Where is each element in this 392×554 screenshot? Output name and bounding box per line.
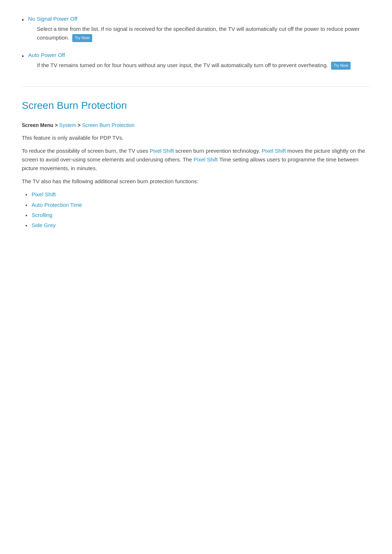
no-signal-power-off-item: • No Signal Power Off Select a time from… — [22, 15, 370, 48]
auto-power-off-desc-text: If the TV remains turned on for four hou… — [37, 62, 328, 68]
breadcrumb-system-link[interactable]: System — [59, 122, 76, 128]
list-item-auto-protection-content: Auto Protection Time — [32, 201, 82, 209]
no-signal-content: No Signal Power Off Select a time from t… — [28, 15, 370, 48]
auto-protection-time-link[interactable]: Auto Protection Time — [32, 202, 82, 208]
breadcrumb-prefix: Screen Menu > — [22, 122, 59, 128]
list-item-pixel-shift: • Pixel Shift — [25, 190, 370, 199]
auto-power-off-content: Auto Power Off If the TV remains turned … — [28, 51, 370, 75]
auto-power-off-description: If the TV remains turned on for four hou… — [37, 61, 370, 70]
bullet-dot-2: • — [22, 52, 24, 61]
bullet-dot-1: • — [22, 15, 24, 25]
list-bullet-2: • — [25, 201, 27, 209]
screen-burn-list: • Pixel Shift • Auto Protection Time • S… — [25, 190, 370, 230]
para1-middle: screen burn prevention technology. — [174, 148, 262, 154]
pdp-note: This feature is only available for PDP T… — [22, 134, 370, 142]
list-bullet-1: • — [25, 191, 27, 199]
pixel-shift-link-3[interactable]: Pixel Shift — [193, 156, 218, 163]
breadcrumb: Screen Menu > System > Screen Burn Prote… — [22, 121, 370, 129]
list-bullet-3: • — [25, 212, 27, 219]
no-signal-power-off-link[interactable]: No Signal Power Off — [28, 16, 78, 22]
section-top: • No Signal Power Off Select a time from… — [22, 15, 370, 75]
no-signal-description: Select a time from the list. If no signa… — [37, 25, 370, 42]
list-item-auto-protection: • Auto Protection Time — [25, 201, 370, 209]
list-bullet-4: • — [25, 222, 27, 230]
list-item-pixel-shift-content: Pixel Shift — [32, 190, 56, 199]
pixel-shift-link-2[interactable]: Pixel Shift — [262, 148, 286, 154]
para1-before: To reduce the possibility of screen burn… — [22, 148, 150, 154]
list-item-side-grey: • Side Grey — [25, 221, 370, 230]
pixel-shift-paragraph: To reduce the possibility of screen burn… — [22, 147, 370, 173]
list-item-scrolling-content: Scrolling — [32, 211, 53, 219]
pixel-shift-link-1[interactable]: Pixel Shift — [150, 148, 174, 154]
breadcrumb-separator: > — [76, 122, 82, 128]
screen-burn-title: Screen Burn Protection — [22, 98, 370, 114]
side-grey-link[interactable]: Side Grey — [32, 222, 56, 228]
breadcrumb-screen-burn-link[interactable]: Screen Burn Protection — [82, 122, 135, 128]
pixel-shift-list-link[interactable]: Pixel Shift — [32, 191, 56, 197]
section-divider — [22, 86, 370, 87]
list-item-side-grey-content: Side Grey — [32, 221, 56, 230]
list-item-scrolling: • Scrolling — [25, 211, 370, 219]
no-signal-try-now-badge[interactable]: Try Now — [72, 34, 92, 42]
additional-functions-text: The TV also has the following additional… — [22, 177, 370, 186]
auto-power-off-try-now-badge[interactable]: Try Now — [331, 62, 351, 70]
auto-power-off-item: • Auto Power Off If the TV remains turne… — [22, 51, 370, 75]
screen-burn-section: Screen Burn Protection Screen Menu > Sys… — [22, 98, 370, 230]
scrolling-link[interactable]: Scrolling — [32, 212, 53, 218]
auto-power-off-link[interactable]: Auto Power Off — [28, 52, 65, 58]
